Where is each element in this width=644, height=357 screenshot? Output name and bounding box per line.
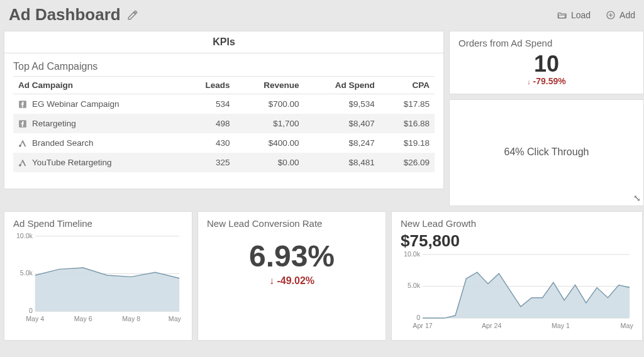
- right-column: Orders from Ad Spend 10 ↓ -79.59% 64% Cl…: [449, 31, 644, 206]
- svg-text:10.0k: 10.0k: [404, 251, 421, 258]
- svg-text:May 1: May 1: [552, 321, 570, 329]
- add-label: Add: [619, 10, 635, 20]
- cell-leads: 430: [182, 133, 235, 153]
- cell-revenue: $1,700: [235, 114, 304, 133]
- load-button[interactable]: Load: [557, 10, 591, 20]
- lead-growth-chart: 05.0k10.0kApr 17Apr 24May 1May 8: [401, 251, 633, 331]
- edit-icon[interactable]: [127, 9, 138, 21]
- cell-cpa: $16.88: [380, 114, 435, 133]
- header-actions: Load Add: [557, 10, 635, 20]
- ctr-card: 64% Click Through ⤡: [449, 99, 644, 206]
- cell-spend: $9,534: [304, 94, 380, 114]
- add-button[interactable]: Add: [606, 10, 635, 20]
- conversion-title: New Lead Conversion Rate: [207, 218, 377, 229]
- cell-leads: 498: [182, 114, 235, 133]
- kpis-header: KPIs: [4, 31, 444, 53]
- cell-spend: $8,481: [304, 153, 380, 172]
- svg-text:5.0k: 5.0k: [20, 269, 33, 277]
- cell-revenue: $400.00: [235, 133, 304, 153]
- cell-leads: 534: [182, 94, 235, 114]
- cell-cpa: $19.18: [380, 133, 435, 153]
- svg-point-4: [19, 164, 21, 167]
- svg-text:May 6: May 6: [74, 315, 92, 322]
- plus-circle-icon: [606, 10, 616, 20]
- ctr-text: 64% Click Through: [504, 146, 589, 158]
- conversion-card: New Lead Conversion Rate 6.93% ↓ -49.02%: [197, 211, 386, 341]
- lead-growth-value: $75,800: [401, 231, 633, 251]
- kpis-section: KPIs Top Ad Campaigns Ad Campaign Leads …: [4, 31, 444, 206]
- campaigns-title: Top Ad Campaigns: [13, 61, 435, 72]
- header-left: Ad Dashboard: [9, 5, 138, 25]
- col-campaign[interactable]: Ad Campaign: [13, 77, 182, 94]
- spend-timeline-card: Ad Spend Timeline 05.0k10.0kMay 4May 6Ma…: [4, 211, 192, 341]
- campaigns-table: Ad Campaign Leads Revenue Ad Spend CPA E…: [13, 76, 435, 172]
- cell-revenue: $0.00: [235, 153, 304, 172]
- svg-text:May 10: May 10: [169, 315, 183, 322]
- facebook-icon: [18, 119, 27, 128]
- spend-timeline-chart: 05.0k10.0kMay 4May 6May 8May 10: [13, 233, 183, 324]
- col-cpa[interactable]: CPA: [380, 77, 435, 94]
- campaign-name: YouTube Retargeting: [32, 158, 112, 167]
- spend-timeline-title: Ad Spend Timeline: [13, 218, 183, 229]
- orders-delta: ↓ -79.59%: [458, 76, 635, 86]
- svg-text:Apr 17: Apr 17: [413, 321, 433, 329]
- campaign-name: Retargeting: [32, 119, 76, 128]
- cell-revenue: $700.00: [235, 94, 304, 114]
- campaign-name: EG Webinar Campaign: [32, 99, 119, 109]
- cell-cpa: $26.09: [380, 153, 435, 172]
- google-ads-icon: [18, 158, 27, 167]
- page-title: Ad Dashboard: [9, 5, 121, 25]
- cell-cpa: $17.85: [380, 94, 435, 114]
- lead-growth-title: New Lead Growth: [401, 218, 633, 229]
- conversion-delta-value: -49.02%: [277, 275, 314, 286]
- arrow-down-icon: ↓: [269, 275, 274, 286]
- page-header: Ad Dashboard Load Add: [0, 0, 644, 31]
- orders-delta-value: -79.59%: [533, 76, 566, 86]
- load-label: Load: [571, 10, 591, 20]
- col-leads[interactable]: Leads: [182, 77, 235, 94]
- folder-open-icon: [557, 10, 567, 20]
- svg-point-3: [19, 145, 21, 147]
- svg-text:May 8: May 8: [122, 315, 140, 322]
- table-row[interactable]: EG Webinar Campaign534$700.00$9,534$17.8…: [13, 94, 435, 114]
- svg-text:Apr 24: Apr 24: [482, 321, 502, 329]
- conversion-delta: ↓ -49.02%: [207, 275, 377, 287]
- svg-text:0: 0: [29, 307, 33, 314]
- conversion-value: 6.93%: [207, 241, 377, 272]
- table-row[interactable]: YouTube Retargeting325$0.00$8,481$26.09: [13, 153, 435, 172]
- svg-text:0: 0: [416, 314, 420, 321]
- kpis-body: Top Ad Campaigns Ad Campaign Leads Reven…: [4, 53, 444, 189]
- table-header-row: Ad Campaign Leads Revenue Ad Spend CPA: [13, 77, 435, 94]
- bottom-row: Ad Spend Timeline 05.0k10.0kMay 4May 6Ma…: [4, 211, 644, 341]
- table-row[interactable]: Retargeting498$1,700$8,407$16.88: [13, 114, 435, 133]
- col-revenue[interactable]: Revenue: [235, 77, 304, 94]
- orders-title: Orders from Ad Spend: [458, 38, 635, 48]
- arrow-down-icon: ↓: [527, 78, 531, 85]
- svg-text:May 8: May 8: [621, 321, 633, 329]
- svg-text:10.0k: 10.0k: [16, 233, 33, 239]
- orders-value: 10: [458, 52, 635, 76]
- facebook-icon: [18, 100, 27, 109]
- lead-growth-card: New Lead Growth $75,800 05.0k10.0kApr 17…: [391, 211, 643, 341]
- svg-text:5.0k: 5.0k: [408, 282, 421, 289]
- google-ads-icon: [18, 139, 27, 148]
- col-spend[interactable]: Ad Spend: [304, 77, 380, 94]
- campaign-name: Branded Search: [32, 138, 94, 148]
- cell-spend: $8,407: [304, 114, 380, 133]
- resize-handle-icon[interactable]: ⤡: [633, 193, 641, 203]
- cell-spend: $8,247: [304, 133, 380, 153]
- table-row[interactable]: Branded Search430$400.00$8,247$19.18: [13, 133, 435, 153]
- orders-card: Orders from Ad Spend 10 ↓ -79.59%: [449, 31, 644, 94]
- cell-leads: 325: [182, 153, 235, 172]
- svg-text:May 4: May 4: [26, 315, 44, 322]
